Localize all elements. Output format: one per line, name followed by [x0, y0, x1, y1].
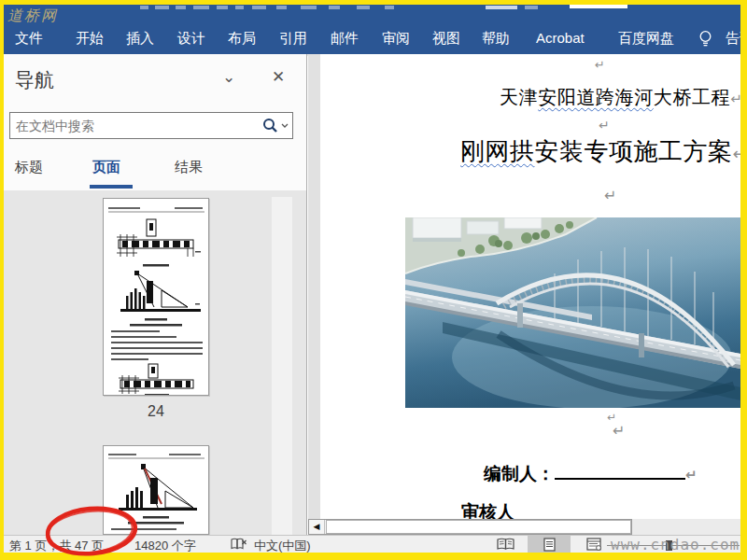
thumbnail-drawing-page24: [104, 199, 209, 396]
page-thumbnail-25[interactable]: [103, 445, 209, 535]
thumbnail-page-number: 24: [103, 403, 209, 420]
spellcheck-wavy-underline: 刚网拱: [460, 138, 535, 165]
titlebar-text-remnant: [385, 6, 394, 9]
close-icon[interactable]: ✕: [272, 67, 285, 87]
ribbon-tab-insert[interactable]: 插入: [126, 25, 154, 51]
ribbon-tab-mailings[interactable]: 邮件: [331, 25, 359, 51]
print-layout-button[interactable]: [528, 536, 571, 553]
ribbon-tab-view[interactable]: 视图: [432, 25, 460, 51]
titlebar-text-remnant: [193, 6, 209, 9]
scroll-left-button[interactable]: ◀: [309, 520, 325, 534]
compiler-field: 编制人：↵: [484, 462, 698, 486]
titlebar-text-remnant: [486, 6, 517, 9]
frame-border-right: [740, 0, 747, 560]
frame-border-top: [0, 0, 747, 5]
ribbon-tab-help[interactable]: 帮助: [482, 25, 510, 51]
window-titlebar: [4, 5, 740, 13]
word-application-window: 道桥网 文件 开始 插入 设计 布局 引用 邮件 审阅 视图 帮助 Acroba…: [0, 0, 747, 560]
active-tab-indicator: [90, 185, 133, 189]
ribbon-tab-bar: 文件 开始 插入 设计 布局 引用 邮件 审阅 视图 帮助 Acrobat 百度…: [4, 13, 740, 54]
nav-tab-headings[interactable]: 标题: [15, 159, 43, 176]
document-title: 刚网拱安装专项施工方案↵: [460, 135, 740, 168]
frame-border-left: [0, 0, 4, 560]
read-mode-button[interactable]: [493, 536, 519, 553]
web-layout-button[interactable]: [580, 536, 608, 553]
search-input[interactable]: [16, 114, 240, 137]
chevron-down-icon: [282, 124, 288, 127]
lightbulb-icon[interactable]: [698, 30, 712, 52]
ribbon-tab-file[interactable]: 文件: [15, 25, 43, 51]
paragraph-mark: ↵: [685, 467, 698, 483]
navigation-pane: 导航 ⌄ ✕ 标题 页面 结果: [4, 54, 307, 535]
paragraph-mark: ↵: [613, 422, 625, 440]
signature-blank-line: [555, 463, 685, 480]
thumbnail-scrollbar[interactable]: [272, 197, 292, 535]
document-canvas-margin: [308, 54, 320, 535]
navigation-tabs: 标题 页面 结果: [4, 151, 306, 189]
frame-border-bottom: [0, 553, 747, 560]
horizontal-scrollbar[interactable]: ◀: [308, 519, 632, 535]
paragraph-mark: ↵: [730, 91, 740, 107]
ribbon-tab-references[interactable]: 引用: [279, 25, 307, 51]
paragraph-mark: ↵: [733, 144, 741, 163]
titlebar-text-remnant: [301, 6, 317, 9]
nav-tab-pages[interactable]: 页面: [92, 159, 120, 176]
thumbnail-drawing-page25: [104, 446, 209, 535]
nav-tab-results[interactable]: 结果: [175, 159, 203, 176]
page-thumbnail-24[interactable]: [103, 198, 209, 396]
ribbon-tab-review[interactable]: 审阅: [382, 25, 410, 51]
search-icon[interactable]: [261, 117, 289, 139]
reviewer-field: 审核人: [461, 500, 514, 519]
site-watermark: www.cndao.com: [611, 536, 740, 553]
navigation-pane-title: 导航: [15, 67, 54, 93]
paragraph-mark: ↵: [604, 187, 616, 204]
titlebar-text-remnant: [329, 6, 340, 9]
horizontal-scroll-area: ◀: [308, 519, 740, 535]
document-page[interactable]: ↵ 天津安阳道跨海河大桥工程↵ ↵ 刚网拱安装专项施工方案↵ ↵: [320, 54, 740, 519]
page-thumbnail-list: 24: [4, 190, 306, 535]
document-subtitle: 天津安阳道跨海河大桥工程↵: [500, 85, 740, 110]
ribbon-tab-baidu-netdisk[interactable]: 百度网盘: [618, 25, 674, 51]
titlebar-text-remnant: [525, 6, 538, 9]
titlebar-text-remnant: [176, 6, 186, 9]
titlebar-text-remnant: [252, 6, 266, 9]
titlebar-text-remnant: [357, 6, 370, 9]
paragraph-mark: ↵: [599, 118, 610, 133]
horizontal-scroll-thumb[interactable]: [326, 520, 631, 534]
proofing-errors-icon[interactable]: [231, 538, 247, 553]
titlebar-text-remnant: [217, 6, 228, 9]
titlebar-control-remnant: [570, 5, 627, 8]
ribbon-tab-design[interactable]: 设计: [177, 25, 205, 51]
titlebar-text-remnant: [276, 6, 287, 9]
status-bar: 第 1 页，共 47 页 14820 个字 中文(中国): [4, 535, 740, 553]
paragraph-mark: ↵: [595, 58, 605, 72]
chevron-down-icon[interactable]: ⌄: [222, 67, 235, 87]
bridge-rendering-image[interactable]: [405, 217, 740, 408]
spellcheck-wavy-underline: 安阳道跨海河: [538, 87, 654, 107]
titlebar-text-remnant: [155, 6, 169, 9]
document-search-box[interactable]: [9, 112, 293, 139]
site-logo-watermark: 道桥网: [7, 7, 58, 26]
ribbon-tab-home[interactable]: 开始: [76, 25, 104, 51]
titlebar-text-remnant: [235, 6, 244, 9]
ribbon-tab-layout[interactable]: 布局: [228, 25, 256, 51]
ribbon-tab-acrobat[interactable]: Acrobat: [536, 25, 585, 51]
titlebar-text-remnant: [140, 6, 148, 9]
